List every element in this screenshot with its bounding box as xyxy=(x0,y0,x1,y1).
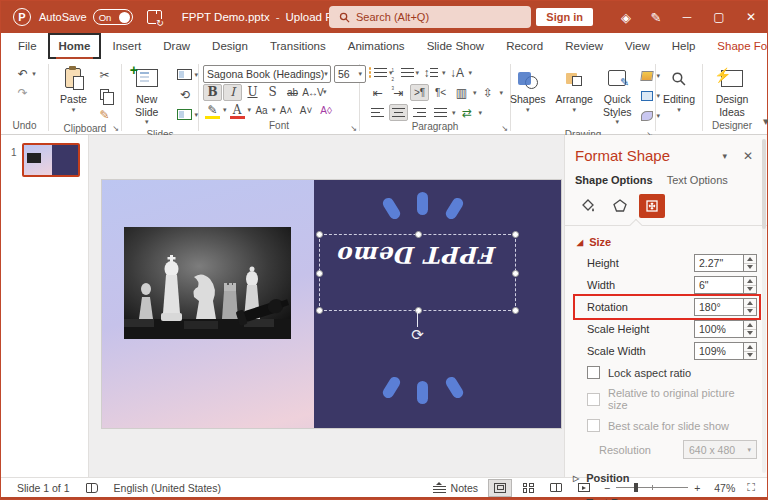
font-color-button[interactable]: A xyxy=(228,102,247,119)
bold-button[interactable]: B xyxy=(203,84,222,101)
font-dialog-launcher[interactable]: ↘ xyxy=(350,124,357,133)
pane-options-chevron-icon[interactable]: ▾ xyxy=(722,151,727,161)
paste-button[interactable]: Paste ▾ xyxy=(56,63,91,116)
tab-shape-format[interactable]: Shape Format xyxy=(706,33,768,59)
section-icon[interactable] xyxy=(175,106,194,123)
tab-draw[interactable]: Draw xyxy=(152,33,201,59)
cut-icon[interactable]: ✂ xyxy=(95,66,114,83)
handle-bottom-right[interactable] xyxy=(512,307,519,314)
rotation-spinner[interactable] xyxy=(744,298,757,316)
tab-file[interactable]: File xyxy=(7,33,48,59)
clear-formatting-button[interactable]: A◊ xyxy=(317,102,336,119)
width-spinner[interactable] xyxy=(744,276,757,294)
italic-button[interactable]: I xyxy=(223,84,242,101)
tab-help[interactable]: Help xyxy=(661,33,707,59)
format-painter-icon[interactable]: ✎ xyxy=(95,106,114,123)
handle-top-left[interactable] xyxy=(316,231,323,238)
scale-height-input[interactable]: 100% xyxy=(694,320,744,338)
copy-icon[interactable] xyxy=(95,86,114,103)
save-icon[interactable] xyxy=(147,10,162,24)
editing-button[interactable]: Editing ▾ xyxy=(659,63,699,116)
reset-slide-icon[interactable]: ⟲ xyxy=(175,86,194,103)
quick-styles-button[interactable]: Quick Styles ▾ xyxy=(599,63,636,129)
notes-button[interactable]: Notes xyxy=(425,478,486,497)
font-name-select[interactable]: Sagona Book (Headings)▾ xyxy=(203,65,331,83)
align-center-button[interactable] xyxy=(389,104,408,121)
numbering-button[interactable] xyxy=(395,64,414,81)
maximize-button[interactable]: ▢ xyxy=(703,1,735,33)
scale-width-input[interactable]: 109% xyxy=(694,342,744,360)
left-to-right-button[interactable]: >¶ xyxy=(410,84,429,101)
tab-home[interactable]: Home xyxy=(48,33,102,59)
autosave-toggle[interactable]: On xyxy=(93,9,133,25)
search-input[interactable]: Search (Alt+Q) xyxy=(329,6,531,28)
handle-middle-left[interactable] xyxy=(316,270,323,277)
scale-height-spinner[interactable] xyxy=(744,320,757,338)
line-spacing-button[interactable]: ↕ xyxy=(421,64,440,81)
pane-scrollbar[interactable] xyxy=(762,139,766,473)
minimize-button[interactable]: ─ xyxy=(671,1,703,33)
text-direction-button[interactable]: ↓A xyxy=(448,64,467,81)
pane-close-icon[interactable]: ✕ xyxy=(743,149,753,163)
rotation-handle[interactable]: ⟳ xyxy=(408,325,427,344)
slide-canvas[interactable]: FPPT Demo ⟳ xyxy=(89,135,564,477)
align-left-button[interactable] xyxy=(368,104,387,121)
height-spinner[interactable] xyxy=(744,254,757,272)
strikethrough-button[interactable]: ab xyxy=(283,84,302,101)
size-section-header[interactable]: ◢ Size xyxy=(565,226,767,252)
columns-button[interactable]: ▥ xyxy=(452,84,471,101)
pen-icon[interactable]: ✎ xyxy=(641,1,671,33)
slide[interactable]: FPPT Demo ⟳ xyxy=(102,180,561,428)
tab-animations[interactable]: Animations xyxy=(337,33,416,59)
bullets-button[interactable] xyxy=(368,64,387,81)
tab-design[interactable]: Design xyxy=(201,33,259,59)
zoom-slider-thumb[interactable] xyxy=(634,483,638,492)
handle-top-center[interactable] xyxy=(415,231,422,238)
shape-fill-icon[interactable] xyxy=(638,67,657,84)
shape-options-tab[interactable]: Shape Options xyxy=(575,174,653,186)
redo-icon[interactable]: ↷ xyxy=(13,84,32,101)
slide-sorter-button[interactable] xyxy=(516,479,540,497)
tab-record[interactable]: Record xyxy=(495,33,554,59)
decrease-font-size-button[interactable]: A˅ xyxy=(297,102,316,119)
collapse-ribbon-icon[interactable]: ▾ xyxy=(761,61,768,134)
zoom-slider[interactable] xyxy=(616,487,688,488)
right-to-left-button[interactable]: ¶< xyxy=(431,84,450,101)
scale-width-spinner[interactable] xyxy=(744,342,757,360)
handle-bottom-left[interactable] xyxy=(316,307,323,314)
convert-to-smartart-button[interactable]: ⇄ xyxy=(458,104,477,121)
handle-middle-right[interactable] xyxy=(512,270,519,277)
size-properties-icon[interactable] xyxy=(639,194,665,218)
rotation-input[interactable]: 180° xyxy=(694,298,744,316)
paragraph-dialog-launcher[interactable]: ↘ xyxy=(501,124,508,133)
handle-top-right[interactable] xyxy=(512,231,519,238)
spell-check-button[interactable] xyxy=(78,478,106,497)
justify-button[interactable] xyxy=(431,104,450,121)
decrease-indent-button[interactable]: ⇤ xyxy=(368,84,387,101)
effects-icon[interactable] xyxy=(607,194,633,218)
position-section-header[interactable]: ▷ Position xyxy=(565,463,767,488)
shapes-button[interactable]: Shapes ▾ xyxy=(506,63,550,116)
slide-thumbnail[interactable] xyxy=(22,143,80,177)
tab-slide-show[interactable]: Slide Show xyxy=(416,33,496,59)
design-ideas-button[interactable]: Design Ideas xyxy=(703,63,761,120)
language-button[interactable]: English (United States) xyxy=(106,478,229,497)
sign-in-button[interactable]: Sign in xyxy=(536,8,593,26)
character-spacing-button[interactable]: A↔V xyxy=(303,84,322,101)
tab-view[interactable]: View xyxy=(614,33,661,59)
text-box-section-header[interactable]: ▷ Text Box xyxy=(565,488,767,500)
tab-transitions[interactable]: Transitions xyxy=(259,33,337,59)
lock-aspect-ratio-checkbox[interactable] xyxy=(587,366,600,379)
normal-view-button[interactable] xyxy=(488,479,512,497)
character-spacing-dropdown-icon[interactable]: ▾ xyxy=(323,88,327,96)
text-highlight-color-button[interactable]: ✎ xyxy=(203,102,222,119)
shape-effects-icon[interactable] xyxy=(638,107,657,124)
tab-insert[interactable]: Insert xyxy=(101,33,152,59)
change-case-button[interactable]: Aa xyxy=(252,102,271,119)
text-box-selection[interactable] xyxy=(319,234,516,311)
undo-dropdown-icon[interactable]: ▾ xyxy=(32,70,36,78)
tab-review[interactable]: Review xyxy=(554,33,614,59)
fill-line-icon[interactable] xyxy=(575,194,601,218)
slide-layout-icon[interactable] xyxy=(175,66,194,83)
premium-diamond-icon[interactable]: ◈ xyxy=(611,1,641,33)
